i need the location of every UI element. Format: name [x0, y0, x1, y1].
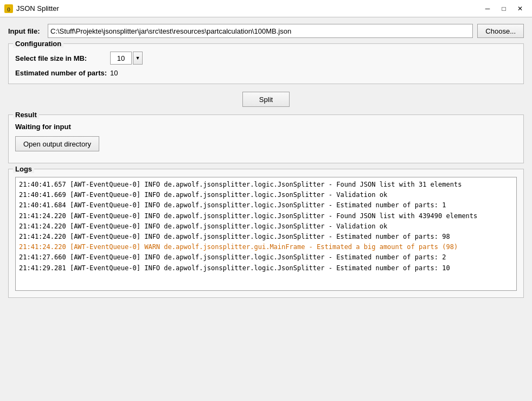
estimated-row: Estimated number of parts: 10	[15, 69, 517, 77]
logs-content[interactable]: 21:40:41.657 [AWT-EventQueue-0] INFO de.…	[15, 177, 517, 291]
file-size-label: Select file size in MB:	[15, 54, 110, 62]
maximize-button[interactable]: □	[496, 3, 511, 15]
log-line: 21:40:41.669 [AWT-EventQueue-0] INFO de.…	[19, 190, 513, 200]
svg-text:{}: {}	[7, 7, 10, 11]
estimated-value: 10	[110, 69, 118, 77]
input-file-field[interactable]	[48, 24, 473, 38]
main-content: Input file: Choose... Configuration Sele…	[0, 17, 532, 304]
input-file-label: Input file:	[8, 27, 43, 35]
log-line: 21:41:24.220 [AWT-EventQueue-0] INFO de.…	[19, 232, 513, 242]
window-controls: ─ □ ✕	[480, 3, 528, 15]
log-line: 21:40:41.657 [AWT-EventQueue-0] INFO de.…	[19, 180, 513, 190]
estimated-label: Estimated number of parts:	[15, 69, 110, 77]
result-section: Result Waiting for input Open output dir…	[8, 114, 524, 163]
configuration-section: Configuration Select file size in MB: ▼ …	[8, 43, 524, 84]
log-line: 21:41:24.220 [AWT-EventQueue-0] INFO de.…	[19, 221, 513, 232]
result-status: Waiting for input	[15, 123, 517, 131]
file-size-select-wrapper: ▼	[110, 52, 143, 65]
file-size-input[interactable]	[110, 52, 132, 65]
minimize-button[interactable]: ─	[480, 3, 495, 15]
result-label: Result	[13, 111, 39, 119]
configuration-label: Configuration	[13, 40, 63, 48]
log-line: 21:41:27.660 [AWT-EventQueue-0] INFO de.…	[19, 252, 513, 263]
split-button-row: Split	[8, 90, 524, 109]
file-size-row: Select file size in MB: ▼	[15, 52, 517, 65]
close-button[interactable]: ✕	[512, 3, 528, 15]
title-bar-left: {} JSON Splitter	[4, 4, 59, 13]
window-title: JSON Splitter	[16, 4, 59, 12]
log-line: 21:40:41.684 [AWT-EventQueue-0] INFO de.…	[19, 200, 513, 211]
logs-label: Logs	[13, 165, 34, 173]
title-bar: {} JSON Splitter ─ □ ✕	[0, 0, 532, 17]
choose-button[interactable]: Choose...	[477, 24, 524, 38]
logs-section: Logs 21:40:41.657 [AWT-EventQueue-0] INF…	[8, 169, 524, 298]
file-size-dropdown-arrow[interactable]: ▼	[133, 52, 143, 65]
log-line: 21:41:24.220 [AWT-EventQueue-0] WARN de.…	[19, 242, 513, 252]
log-line: 21:41:24.220 [AWT-EventQueue-0] INFO de.…	[19, 211, 513, 221]
input-file-row: Input file: Choose...	[8, 24, 524, 38]
log-line: 21:41:29.281 [AWT-EventQueue-0] INFO de.…	[19, 263, 513, 273]
split-button[interactable]: Split	[242, 92, 290, 107]
open-output-directory-button[interactable]: Open output directory	[15, 136, 99, 151]
app-icon: {}	[4, 4, 13, 13]
